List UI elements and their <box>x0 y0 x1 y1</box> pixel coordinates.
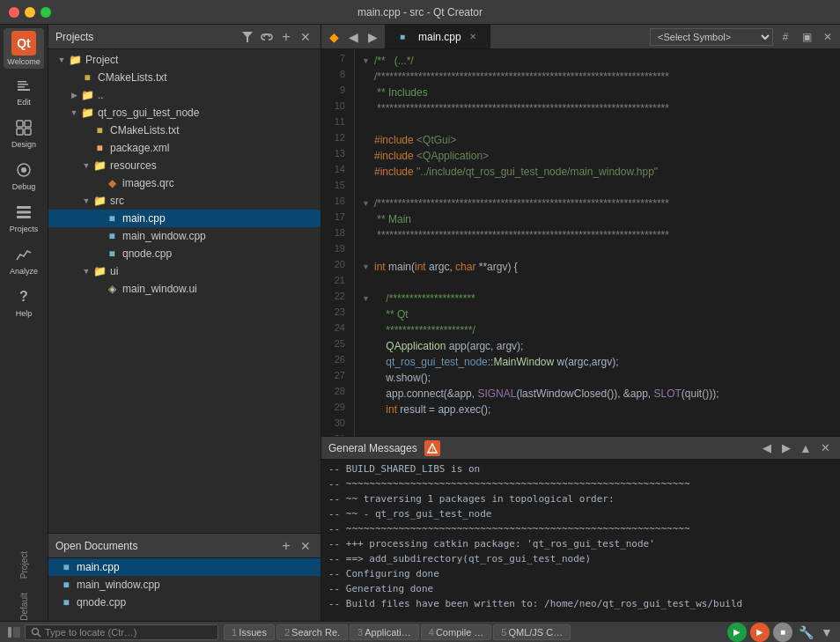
fold-arrow-project[interactable]: ▼ <box>55 54 68 66</box>
add-file-button[interactable]: + <box>278 29 294 45</box>
folder-icon-ui: 📁 <box>92 264 107 278</box>
build-options-button[interactable]: 🔧 <box>796 623 815 642</box>
detach-bottom-panel-button[interactable]: ✕ <box>817 440 833 456</box>
code-editor: 7 8 9 10 11 12 13 14 15 16 17 18 19 20 <box>321 49 840 436</box>
open-doc-main-cpp[interactable]: ■ main.cpp <box>48 558 321 576</box>
fold-icon-20[interactable]: ▼ <box>362 262 374 271</box>
symbol-dropdown[interactable]: <Select Symbol> <box>650 28 773 46</box>
prev-location-button[interactable]: ◀ <box>344 28 362 46</box>
cpp-icon-qnode: ■ <box>105 247 119 261</box>
status-tab-application-output[interactable]: 3 Applicati… <box>350 624 419 640</box>
sidebar-item-welcome[interactable]: Qt Welcome <box>4 28 44 69</box>
fold-arrow-resources[interactable]: ▼ <box>80 159 92 172</box>
open-docs-add-button[interactable]: + <box>278 538 294 554</box>
msg-line-9: -- Build files have been written to: /ho… <box>328 598 833 613</box>
tree-item-qnode-cpp[interactable]: ▶ ■ qnode.cpp <box>48 245 321 262</box>
tree-item-images-qrc[interactable]: ▶ ◆ images.qrc <box>48 174 321 192</box>
editor-tab-main-cpp[interactable]: ■ main.cpp ✕ <box>385 25 490 48</box>
fold-arrow-src[interactable]: ▼ <box>80 195 92 207</box>
tree-item-main-cpp[interactable]: ▶ ■ main.cpp <box>48 210 321 227</box>
default-label[interactable]: Default <box>19 579 29 621</box>
close-editor-button[interactable]: ✕ <box>819 28 836 46</box>
status-tabs: 1 Issues 2 Search Re. 3 Applicati… 4 Com… <box>224 624 571 640</box>
sidebar-item-design[interactable]: Design <box>4 113 44 153</box>
status-tab-search-results[interactable]: 2 Search Re. <box>276 624 348 640</box>
open-doc-main-window-cpp[interactable]: ■ main_window.cpp <box>48 576 321 594</box>
tree-item-main-window-cpp[interactable]: ▶ ■ main_window.cpp <box>48 227 321 245</box>
code-line-23: ** Qt <box>362 306 833 322</box>
tree-item-ui[interactable]: ▼ 📁 ui <box>48 262 321 280</box>
run-button[interactable]: ▶ <box>727 623 747 642</box>
msg-line-7: -- Configuring done <box>328 568 833 583</box>
sidebar-item-edit[interactable]: Edit <box>4 70 44 111</box>
code-line-28: app.connect(&app, SIGNAL(lastWindowClose… <box>362 386 833 402</box>
tree-item-qtros[interactable]: ▼ 📁 qt_ros_gui_test_node <box>48 104 321 122</box>
next-location-button[interactable]: ▶ <box>364 28 381 46</box>
cpp-icon-main-window: ■ <box>105 229 119 243</box>
prev-message-button[interactable]: ◀ <box>759 440 775 456</box>
close-tab-button[interactable]: ✕ <box>467 31 479 43</box>
link-button[interactable] <box>259 29 275 45</box>
filter-button[interactable] <box>239 29 255 45</box>
tree-item-dotdot[interactable]: ▶ 📁 .. <box>48 86 321 104</box>
warning-icon[interactable]: ! <box>424 440 440 456</box>
sidebar-item-projects[interactable]: Projects <box>4 197 44 238</box>
sidebar-item-analyze[interactable]: Analyze <box>4 240 44 280</box>
tree-label-main-window-cpp: main_window.cpp <box>122 230 206 242</box>
fold-arrow-dotdot[interactable]: ▶ <box>68 89 80 101</box>
svg-point-18 <box>33 628 39 634</box>
cpp-icon-doc-main-window: ■ <box>59 578 73 592</box>
open-docs-close-button[interactable]: ✕ <box>298 538 313 554</box>
code-line-12: #include <QtGui> <box>362 132 833 148</box>
open-doc-qnode-cpp[interactable]: ■ qnode.cpp <box>48 594 321 611</box>
code-editor-content[interactable]: ▼/** (...*/ /***************************… <box>355 49 840 436</box>
tree-item-main-window-ui[interactable]: ▶ ◈ main_window.ui <box>48 280 321 298</box>
minimize-window-button[interactable] <box>25 7 35 18</box>
open-doc-label-main-cpp: main.cpp <box>77 561 120 573</box>
tree-label-src: src <box>110 195 124 207</box>
toggle-sidebar-button[interactable] <box>5 624 23 641</box>
hash-button[interactable]: # <box>777 28 794 46</box>
folder-icon-project: 📁 <box>68 53 82 67</box>
run-cmake-button[interactable]: ▶ <box>750 623 770 642</box>
close-window-button[interactable] <box>9 7 19 18</box>
tree-label-package-xml: package.xml <box>110 142 169 154</box>
msg-line-3: -- ~~ - qt_ros_gui_test_node <box>328 508 833 523</box>
sidebar-item-debug[interactable]: Debug <box>4 155 44 196</box>
tree-label-images-qrc: images.qrc <box>122 177 174 189</box>
project-label[interactable]: Project <box>19 544 29 579</box>
fold-icon-16[interactable]: ▼ <box>362 199 374 208</box>
tree-item-src[interactable]: ▼ 📁 src <box>48 192 321 210</box>
tree-label-project: Project <box>85 54 118 66</box>
stop-button[interactable]: ■ <box>773 623 792 642</box>
status-more-button[interactable]: ▼ <box>819 624 835 640</box>
open-doc-label-qnode-cpp: qnode.cpp <box>77 596 126 609</box>
svg-rect-17 <box>13 627 20 638</box>
fold-icon-22[interactable]: ▼ <box>362 294 374 303</box>
svg-rect-4 <box>17 121 23 127</box>
close-bottom-panel-button[interactable]: ▲ <box>798 440 814 456</box>
status-tab-issues[interactable]: 1 Issues <box>224 624 275 640</box>
sidebar-item-help[interactable]: ? Help <box>4 282 44 322</box>
split-button[interactable]: ▣ <box>798 28 815 46</box>
status-tab-qml-js[interactable]: 5 QML/JS C… <box>493 624 571 640</box>
fold-arrow-qtros[interactable]: ▼ <box>68 107 80 119</box>
close-projects-panel-button[interactable]: ✕ <box>298 29 313 45</box>
bookmark-icon[interactable]: ◆ <box>325 28 343 46</box>
locate-search-box[interactable]: Type to locate (Ctr…) <box>25 624 218 640</box>
open-docs-title: Open Documents <box>55 540 275 552</box>
tree-label-main-cpp: main.cpp <box>122 212 166 225</box>
tab-num-4: 4 <box>429 627 434 638</box>
status-tab-compile-output[interactable]: 4 Compile … <box>421 624 492 640</box>
maximize-window-button[interactable] <box>41 7 51 18</box>
tree-item-package-xml[interactable]: ▶ ■ package.xml <box>48 139 321 157</box>
svg-rect-0 <box>18 89 30 91</box>
next-message-button[interactable]: ▶ <box>778 440 794 456</box>
tree-item-resources[interactable]: ▼ 📁 resources <box>48 157 321 174</box>
tree-item-cmake-root[interactable]: ▶ ■ CMakeLists.txt <box>48 69 321 86</box>
tree-item-cmake-node[interactable]: ▶ ■ CMakeLists.txt <box>48 122 321 139</box>
fold-arrow-ui[interactable]: ▼ <box>80 265 92 277</box>
fold-icon-7[interactable]: ▼ <box>362 56 374 65</box>
status-tab-app-label: Applicati… <box>365 627 411 638</box>
tree-item-project[interactable]: ▼ 📁 Project <box>48 51 321 69</box>
